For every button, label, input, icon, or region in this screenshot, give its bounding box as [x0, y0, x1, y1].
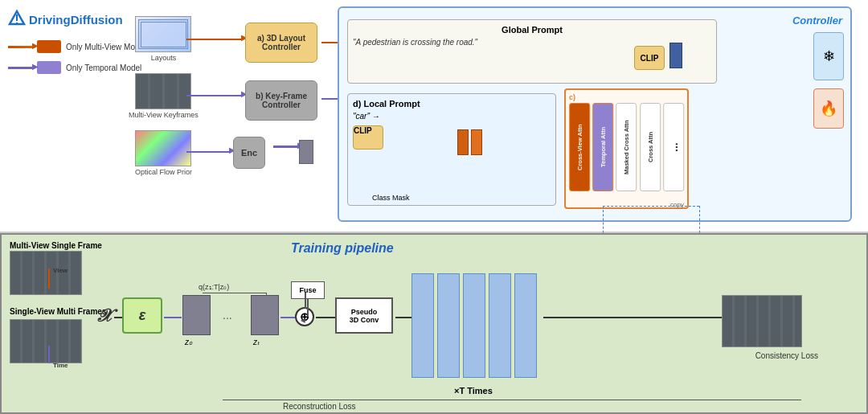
optflow-input: Optical Flow Prior: [129, 130, 199, 176]
reconstruction-loss-label: Reconstruction Loss: [283, 402, 356, 411]
z0-label: z₀: [185, 338, 192, 346]
epsilon-to-z0-arrow: [164, 317, 182, 318]
attn-bar-2: [437, 273, 460, 378]
zt-block: [251, 295, 279, 335]
output-image: [722, 295, 802, 347]
enc-feat-box: [299, 140, 313, 164]
optflow-label: Optical Flow Prior: [135, 168, 192, 176]
global-prompt-title: Global Prompt: [353, 25, 711, 35]
epsilon-label: ε: [139, 307, 146, 324]
orange-box: [37, 40, 61, 53]
optflow-image: [135, 130, 191, 166]
middle-dots: ···: [223, 311, 232, 324]
attn-bar-4: [489, 273, 511, 378]
feat-local-2: [471, 129, 482, 155]
temporal-attn-block: Temporal Attn: [592, 103, 613, 191]
view-label: View: [53, 267, 68, 274]
keyframes-label: Multi-View Keyframes: [129, 111, 199, 119]
ctrl-keyframe-label: b) Key-Frame Controller: [249, 92, 313, 109]
keyframes-image: [135, 73, 191, 109]
freeze-symbol: ❄: [823, 47, 835, 65]
local-prompt-car-text: "car" →: [353, 112, 551, 121]
enc-label: Enc: [241, 148, 257, 158]
fuse-box: Fuse: [291, 281, 325, 299]
orange-arrow-icon: [8, 46, 32, 48]
masked-cross-attn-block: Masked Cross Attn: [616, 103, 637, 191]
copy-label: copy: [569, 201, 684, 208]
multi-view-image: [10, 251, 82, 295]
bottom-section: Training pipeline Multi-View Single Fram…: [0, 233, 868, 414]
epsilon-box: ε: [122, 297, 162, 334]
pseudo-to-attn-arrow: [395, 317, 413, 318]
feat-global-block: [669, 43, 682, 68]
x-symbol: 𝒳: [96, 305, 110, 326]
legend-purple: Only Temporal Model: [8, 61, 145, 74]
reconstruction-loss-line: [223, 400, 801, 400]
view-arrow-vert: [48, 268, 50, 289]
layouts-image: [135, 16, 191, 52]
optflow-to-enc-arrow: [186, 151, 229, 153]
legend-orange: Only Multi-View Model: [8, 40, 145, 53]
cross-view-attn-block: Cross-View Attn: [569, 103, 590, 191]
encoder-box: Enc: [233, 137, 265, 169]
fuse-arrow-head: ▼: [299, 317, 308, 325]
class-mask-label: Class Mask: [372, 194, 410, 202]
attention-panel: c) Cross-View Attn Temporal Attn Masked …: [564, 88, 689, 209]
legend: Only Multi-View Model Only Temporal Mode…: [8, 40, 145, 74]
logo-icon: [8, 10, 26, 29]
layouts-label: Layouts: [151, 54, 177, 62]
time-label: Time: [53, 362, 68, 369]
fire-symbol: 🔥: [820, 100, 837, 117]
clip-global: CLIP: [634, 46, 665, 70]
pseudo-3d-conv-box: Pseudo3D Conv: [335, 297, 393, 334]
top-section: DrivingDiffusion Only Multi-View Model O…: [0, 0, 868, 233]
training-pipeline-title: Training pipeline: [291, 241, 394, 256]
zt-label: zₜ: [253, 338, 260, 346]
fire-icon: 🔥: [813, 88, 844, 129]
3d-layout-controller: a) 3D Layout Controller: [245, 23, 317, 63]
plus-to-pseudo-arrow: [316, 317, 335, 318]
bottom-attention-blocks: [411, 273, 540, 382]
xt-times-label: ×T Times: [454, 386, 493, 396]
feat-local-1: [457, 129, 469, 155]
attn-bar-5: [514, 273, 537, 378]
q-label: q(z₁:T|z₀): [199, 283, 229, 291]
multi-view-label: Multi-View Single Frame: [10, 241, 102, 250]
global-prompt-box: Global Prompt "A pedestrian is crossing …: [347, 19, 717, 84]
consistency-loss-label: Consistency Loss: [755, 351, 818, 360]
plus-to-fuse-v: [305, 293, 306, 309]
attn-to-output-arrow: [543, 317, 736, 318]
ctrl-3d-label: a) 3D Layout Controller: [249, 34, 313, 51]
single-view-image: [10, 319, 82, 363]
purple-box: [37, 61, 61, 74]
feat-local-blocks: [457, 129, 482, 155]
dots-block: ...: [663, 103, 684, 191]
keyframe-controller: b) Key-Frame Controller: [245, 80, 317, 121]
logo-text: DrivingDiffusion: [29, 13, 123, 27]
attn-bar-3: [463, 273, 485, 378]
svg-point-2: [16, 23, 18, 24]
controller-panel: Controller Global Prompt "A pedestrian i…: [338, 6, 852, 222]
controller-title: Controller: [792, 14, 842, 27]
layouts-to-3d-arrow: [186, 39, 241, 40]
zt-to-plus-arrow: [280, 317, 295, 318]
local-prompt-box: d) Local Prompt "car" → CLIP Class Mask: [347, 93, 556, 206]
freeze-icon: ❄: [813, 32, 844, 80]
keyframes-to-kf-arrow: [186, 95, 241, 96]
attn-blocks-row: Cross-View Attn Temporal Attn Masked Cro…: [569, 103, 684, 199]
local-prompt-title: d) Local Prompt: [353, 99, 551, 109]
dashed-copy-line-h: [603, 206, 699, 207]
time-arrow-vert: [48, 346, 50, 363]
fuse-down-arrow: [307, 299, 309, 317]
cross-attn-block: Cross Attn: [640, 103, 661, 191]
attn-c-label: c): [569, 93, 684, 101]
single-view-label: Single-View Multi Frames: [10, 307, 106, 316]
purple-arrow-icon: [8, 67, 32, 69]
attn-bar-1: [411, 273, 434, 378]
logo: DrivingDiffusion: [8, 10, 123, 29]
enc-output-arrow: [273, 146, 297, 148]
clip-local: CLIP: [353, 125, 383, 150]
